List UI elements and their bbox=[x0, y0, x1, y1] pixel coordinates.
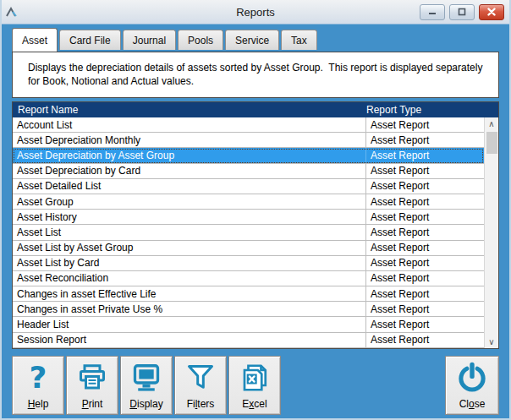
table-header: Report Name Report Type bbox=[13, 102, 498, 117]
table-row[interactable]: Asset Depreciation by CardAsset Report bbox=[13, 164, 484, 179]
report-name-cell: Session Report bbox=[13, 333, 366, 347]
report-name-cell: Asset List by Asset Group bbox=[13, 241, 366, 255]
table-row[interactable]: Asset ListAsset Report bbox=[13, 225, 484, 240]
report-type-cell: Asset Report bbox=[366, 179, 484, 194]
report-type-cell: Asset Report bbox=[366, 117, 484, 132]
report-type-cell: Asset Report bbox=[366, 256, 484, 270]
column-header-report-name: Report Name bbox=[13, 104, 366, 116]
button-label: Excel bbox=[242, 398, 266, 410]
tab-journal[interactable]: Journal bbox=[123, 30, 176, 50]
tab-pools[interactable]: Pools bbox=[178, 30, 223, 50]
tab-asset[interactable]: Asset bbox=[12, 28, 58, 52]
toolbar: ?HelpPrintDisplayFiltersExcelClose bbox=[12, 356, 499, 415]
help-icon: ? bbox=[30, 360, 47, 395]
maximize-icon bbox=[457, 8, 467, 16]
report-name-cell: Asset List by Card bbox=[13, 256, 366, 270]
maximize-button[interactable] bbox=[449, 4, 475, 20]
table-row[interactable]: Asset List by CardAsset Report bbox=[13, 256, 484, 271]
report-name-cell: Changes in asset Effective Life bbox=[13, 286, 366, 301]
button-label: Display bbox=[129, 398, 162, 410]
display-button[interactable]: Display bbox=[120, 356, 173, 415]
report-name-cell: Account List bbox=[13, 117, 366, 132]
report-type-cell: Asset Report bbox=[366, 225, 484, 239]
excel-button[interactable]: Excel bbox=[228, 356, 281, 415]
print-icon bbox=[76, 360, 108, 395]
scrollbar-thumb[interactable] bbox=[486, 132, 497, 154]
report-name-cell: Asset Depreciation Monthly bbox=[13, 133, 366, 147]
table-body: ∧ ∨ Account ListAsset ReportAsset Deprec… bbox=[13, 117, 498, 348]
close-icon bbox=[486, 8, 497, 16]
button-label: Filters bbox=[187, 398, 215, 410]
table-row[interactable]: Account ListAsset Report bbox=[13, 117, 484, 133]
tab-card-file[interactable]: Card File bbox=[59, 30, 121, 50]
report-type-cell: Asset Report bbox=[366, 148, 484, 162]
minimize-button[interactable] bbox=[420, 4, 445, 20]
report-type-cell: Asset Report bbox=[366, 333, 484, 347]
table-row[interactable]: Session ReportAsset Report bbox=[13, 333, 484, 348]
report-name-cell: Asset Detailed List bbox=[13, 179, 366, 194]
report-type-cell: Asset Report bbox=[366, 133, 484, 147]
button-label: Print bbox=[82, 398, 103, 410]
report-type-cell: Asset Report bbox=[366, 241, 484, 255]
report-name-cell: Asset History bbox=[13, 210, 366, 224]
table-row[interactable]: Changes in asset Private Use %Asset Repo… bbox=[13, 302, 484, 317]
report-name-cell: Changes in asset Private Use % bbox=[13, 302, 366, 316]
minimize-icon bbox=[427, 8, 437, 16]
report-type-cell: Asset Report bbox=[366, 286, 484, 301]
help-button[interactable]: ?Help bbox=[12, 356, 64, 415]
report-name-cell: Asset List bbox=[13, 225, 366, 239]
filters-button[interactable]: Filters bbox=[174, 356, 227, 415]
report-description: Displays the depreciation details of ass… bbox=[12, 52, 499, 98]
table-row[interactable]: Asset Detailed ListAsset Report bbox=[13, 179, 484, 194]
excel-icon bbox=[239, 360, 271, 395]
table-row[interactable]: Header ListAsset Report bbox=[13, 317, 484, 332]
tab-bar: AssetCard FileJournalPoolsServiceTax bbox=[12, 28, 499, 52]
display-icon bbox=[129, 360, 163, 395]
report-type-cell: Asset Report bbox=[366, 194, 484, 209]
vertical-scrollbar[interactable]: ∧ ∨ bbox=[484, 117, 498, 348]
print-button[interactable]: Print bbox=[66, 356, 118, 415]
table-row[interactable]: Changes in asset Effective LifeAsset Rep… bbox=[13, 286, 484, 302]
report-name-cell: Asset Group bbox=[13, 194, 366, 209]
report-name-cell: Asset Depreciation by Asset Group bbox=[13, 148, 366, 162]
report-type-cell: Asset Report bbox=[366, 210, 484, 224]
table-row[interactable]: Asset GroupAsset Report bbox=[13, 194, 484, 210]
app-logo-icon bbox=[5, 5, 22, 19]
button-label: Close bbox=[459, 398, 486, 410]
scroll-down-icon[interactable]: ∨ bbox=[485, 335, 499, 348]
report-name-cell: Header List bbox=[13, 317, 366, 331]
report-type-cell: Asset Report bbox=[366, 164, 484, 178]
report-type-cell: Asset Report bbox=[366, 317, 484, 331]
report-name-cell: Asset Reconciliation bbox=[13, 271, 366, 286]
filter-icon bbox=[184, 360, 217, 395]
tab-service[interactable]: Service bbox=[225, 30, 279, 50]
table-row[interactable]: Asset ReconciliationAsset Report bbox=[13, 271, 484, 286]
tab-tax[interactable]: Tax bbox=[281, 30, 317, 50]
reports-table: Report Name Report Type ∧ ∨ Account List… bbox=[12, 101, 499, 349]
report-name-cell: Asset Depreciation by Card bbox=[13, 164, 366, 178]
button-label: Help bbox=[28, 398, 49, 410]
table-row[interactable]: Asset Depreciation by Asset GroupAsset R… bbox=[13, 148, 484, 163]
scroll-up-icon[interactable]: ∧ bbox=[485, 117, 499, 130]
titlebar[interactable]: Reports bbox=[0, 0, 511, 25]
power-icon bbox=[456, 360, 488, 395]
report-type-cell: Asset Report bbox=[366, 271, 484, 286]
report-type-cell: Asset Report bbox=[366, 302, 484, 316]
column-header-report-type: Report Type bbox=[366, 104, 498, 116]
table-row[interactable]: Asset Depreciation MonthlyAsset Report bbox=[13, 133, 484, 148]
close-button[interactable]: Close bbox=[445, 356, 499, 415]
reports-window: Reports AssetCard FileJournalPoolsServic… bbox=[0, 0, 511, 420]
close-window-button[interactable] bbox=[479, 4, 504, 20]
table-row[interactable]: Asset HistoryAsset Report bbox=[13, 210, 484, 225]
table-row[interactable]: Asset List by Asset GroupAsset Report bbox=[13, 241, 484, 256]
